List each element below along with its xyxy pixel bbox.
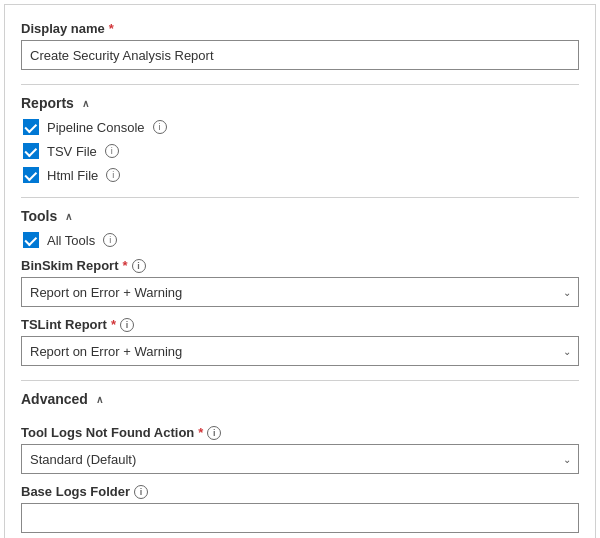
tool-logs-label: Tool Logs Not Found Action * i: [21, 425, 579, 440]
html-file-info-icon[interactable]: i: [106, 168, 120, 182]
tslint-required: *: [111, 317, 116, 332]
binskim-dropdown-wrapper: Report on Error + Warning Report on Erro…: [21, 277, 579, 307]
tools-checkbox-group: All Tools i: [21, 232, 579, 248]
html-file-checkbox[interactable]: [23, 167, 39, 183]
tool-logs-info-icon[interactable]: i: [207, 426, 221, 440]
reports-section-header[interactable]: Reports ∧: [21, 84, 579, 119]
tool-logs-dropdown[interactable]: Standard (Default) Error Warning None: [21, 444, 579, 474]
advanced-section-header[interactable]: Advanced ∧: [21, 380, 579, 415]
tslint-label: TSLint Report * i: [21, 317, 579, 332]
display-name-label: Display name *: [21, 21, 579, 36]
all-tools-info-icon[interactable]: i: [103, 233, 117, 247]
advanced-label: Advanced: [21, 391, 88, 407]
display-name-group: Display name *: [21, 21, 579, 70]
base-logs-input[interactable]: [21, 503, 579, 533]
tslint-dropdown[interactable]: Report on Error + Warning Report on Erro…: [21, 336, 579, 366]
all-tools-checkbox[interactable]: [23, 232, 39, 248]
form-container: Display name * Reports ∧ Pipeline Consol…: [4, 4, 596, 538]
reports-section: Reports ∧ Pipeline Console i TSV File i …: [21, 84, 579, 183]
pipeline-console-checkbox[interactable]: [23, 119, 39, 135]
advanced-chevron-up: ∧: [96, 394, 103, 405]
display-name-input[interactable]: [21, 40, 579, 70]
tsv-file-label: TSV File: [47, 144, 97, 159]
binskim-required: *: [123, 258, 128, 273]
tool-logs-required: *: [198, 425, 203, 440]
tsv-file-info-icon[interactable]: i: [105, 144, 119, 158]
reports-label: Reports: [21, 95, 74, 111]
tools-label: Tools: [21, 208, 57, 224]
binskim-dropdown[interactable]: Report on Error + Warning Report on Erro…: [21, 277, 579, 307]
base-logs-label: Base Logs Folder i: [21, 484, 579, 499]
html-file-row: Html File i: [23, 167, 579, 183]
binskim-label: BinSkim Report * i: [21, 258, 579, 273]
required-star: *: [109, 21, 114, 36]
binskim-info-icon[interactable]: i: [132, 259, 146, 273]
tool-logs-dropdown-wrapper: Standard (Default) Error Warning None ⌄: [21, 444, 579, 474]
pipeline-console-label: Pipeline Console: [47, 120, 145, 135]
all-tools-row: All Tools i: [23, 232, 579, 248]
advanced-section: Advanced ∧ Tool Logs Not Found Action * …: [21, 380, 579, 533]
pipeline-console-row: Pipeline Console i: [23, 119, 579, 135]
tools-chevron-up: ∧: [65, 211, 72, 222]
tsv-file-row: TSV File i: [23, 143, 579, 159]
tools-section-header[interactable]: Tools ∧: [21, 197, 579, 232]
tslint-dropdown-wrapper: Report on Error + Warning Report on Erro…: [21, 336, 579, 366]
reports-chevron-up: ∧: [82, 98, 89, 109]
tslint-info-icon[interactable]: i: [120, 318, 134, 332]
base-logs-info-icon[interactable]: i: [134, 485, 148, 499]
html-file-label: Html File: [47, 168, 98, 183]
reports-checkbox-group: Pipeline Console i TSV File i Html File …: [21, 119, 579, 183]
all-tools-label: All Tools: [47, 233, 95, 248]
tools-section: Tools ∧ All Tools i BinSkim Report * i R…: [21, 197, 579, 366]
pipeline-console-info-icon[interactable]: i: [153, 120, 167, 134]
tsv-file-checkbox[interactable]: [23, 143, 39, 159]
